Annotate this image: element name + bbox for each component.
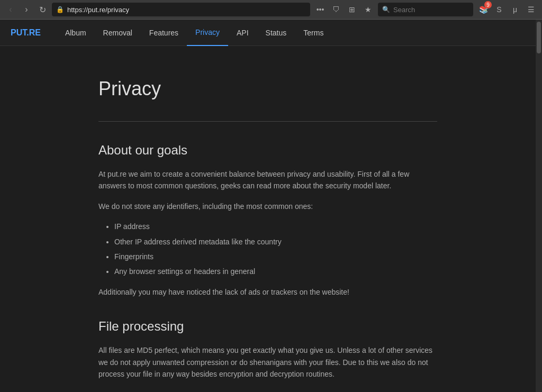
nav-terms[interactable]: Terms [295,20,332,46]
page-content: PUT.RE Album Removal Features Privacy AP… [0,20,536,392]
scrollbar-track[interactable] [536,20,542,392]
pocket-icon[interactable]: ⛉ [329,3,343,16]
site-logo[interactable]: PUT.RE [11,28,41,38]
bookmarks-extension[interactable]: 📚 9 [476,3,490,16]
address-input[interactable] [67,6,306,14]
section1-paragraph1: At put.re we aim to create a convenient … [98,168,437,192]
browser-toolbar: ‹ › ↻ 🔒 ••• ⛉ ⊞ ★ 🔍 📚 9 S μ ☰ [0,0,542,20]
site-nav: PUT.RE Album Removal Features Privacy AP… [0,20,536,46]
menu-button[interactable]: ☰ [524,3,538,16]
nav-removal[interactable]: Removal [95,20,141,46]
nav-privacy[interactable]: Privacy [187,20,228,46]
nav-status[interactable]: Status [257,20,295,46]
nav-album[interactable]: Album [57,20,95,46]
page-title: Privacy [98,78,437,100]
address-bar-container: 🔒 [52,3,310,16]
section1-title: About our goals [98,143,437,158]
extension-icons: 📚 9 S μ ☰ [476,3,538,16]
nav-api[interactable]: API [228,20,257,46]
search-icon: 🔍 [382,6,390,13]
s-extension[interactable]: S [492,3,506,16]
main-content: Privacy About our goals At put.re we aim… [88,46,448,392]
search-bar: 🔍 [378,3,473,16]
forward-button[interactable]: › [20,3,33,16]
section1-paragraph3: Additionally you may have noticed the la… [98,286,437,298]
bullet-list: IP address Other IP address derived meta… [98,221,437,278]
container-icon[interactable]: ⊞ [345,3,359,16]
divider [98,121,437,122]
more-button[interactable]: ••• [313,3,327,16]
reload-button[interactable]: ↻ [36,3,49,16]
list-item: IP address [114,221,437,232]
toolbar-icons: ••• ⛉ ⊞ ★ [313,3,375,16]
list-item: Any browser settings or headers in gener… [114,266,437,277]
nav-features[interactable]: Features [141,20,187,46]
list-item: Fingerprints [114,251,437,262]
section2: File processing All files are MD5 perfec… [98,319,437,380]
back-button[interactable]: ‹ [4,3,17,16]
lock-icon: 🔒 [56,6,64,13]
u-extension[interactable]: μ [508,3,522,16]
scrollbar-thumb[interactable] [537,22,541,53]
section1-paragraph2: We do not store any identifiers, includi… [98,200,437,212]
bookmark-badge: 9 [484,1,492,8]
page-wrapper: PUT.RE Album Removal Features Privacy AP… [0,20,542,392]
search-input[interactable] [393,6,462,14]
list-item: Other IP address derived metadata like t… [114,236,437,248]
section2-paragraph1: All files are MD5 perfect, which means y… [98,344,437,380]
section2-title: File processing [98,319,437,334]
bookmark-icon[interactable]: ★ [361,3,375,16]
